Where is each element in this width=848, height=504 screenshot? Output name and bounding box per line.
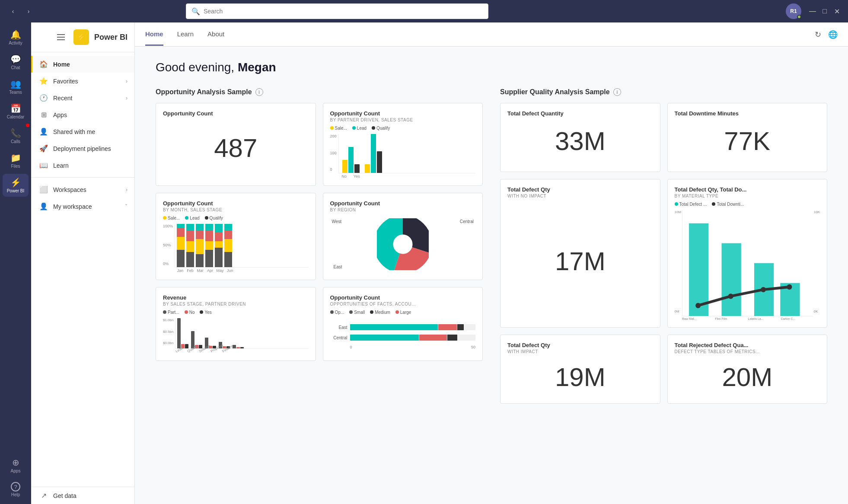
supplier-info-icon[interactable]: i: [613, 88, 621, 96]
card-revenue[interactable]: Revenue BY SALES STAGE, PARTNER DRIVEN P…: [156, 287, 316, 361]
opportunity-section-title: Opportunity Analysis Sample i: [156, 88, 483, 96]
home-nav-label: Home: [53, 61, 70, 68]
opp-facts-content: Opportunity Count OPPORTUNITIES OF FACTS…: [330, 294, 476, 354]
month-y-axis: 100%50%0%: [163, 224, 173, 273]
teams-nav-teams[interactable]: 👥 Teams: [3, 75, 29, 98]
pbi-nav-workspaces[interactable]: ⬜ Workspaces ›: [31, 181, 134, 198]
defect-material-subtitle: BY MATERIAL TYPE: [675, 194, 820, 198]
opp-partner-title: Opportunity Count: [330, 110, 476, 117]
pbi-nav-deployment[interactable]: 🚀 Deployment pipelines: [31, 140, 134, 157]
bar-sale-yes: [365, 164, 370, 173]
pbi-nav-getdata[interactable]: ↗ Get data: [31, 487, 134, 504]
calls-badge: [26, 124, 29, 127]
teams-nav-apps[interactable]: ⊕ Apps: [3, 454, 29, 477]
search-input[interactable]: [204, 8, 483, 15]
recent-nav-label: Recent: [53, 95, 72, 102]
legend-lead: Lead: [352, 126, 367, 131]
pie-label-west: West: [332, 219, 342, 224]
search-bar[interactable]: 🔍: [186, 3, 488, 19]
opp-partner-content: Opportunity Count BY PARTNER DRIVEN, SAL…: [330, 110, 476, 179]
pbi-nav-shared[interactable]: 👤 Shared with me: [31, 123, 134, 140]
calendar-icon: 📅: [10, 103, 21, 114]
tab-home[interactable]: Home: [145, 23, 163, 46]
partner-chart-inner: No Yes: [338, 134, 475, 179]
close-button[interactable]: ✕: [832, 7, 841, 16]
card-defect-no-impact[interactable]: Total Defect Qty WITH NO IMPACT 17M: [500, 179, 660, 328]
teams-nav-activity[interactable]: 🔔 Activity: [3, 26, 29, 49]
legend-no: No: [185, 310, 195, 315]
card-opp-facts[interactable]: Opportunity Count OPPORTUNITIES OF FACTS…: [323, 287, 483, 361]
card-opp-count[interactable]: Opportunity Count 487: [156, 103, 316, 186]
getdata-label: Get data: [53, 492, 77, 499]
files-icon: 📁: [10, 153, 21, 163]
bar-qualify-yes: [377, 151, 382, 173]
help-label: Help: [11, 492, 20, 497]
bar-sale-no: [342, 160, 347, 173]
legend-qualify: Qualify: [372, 126, 390, 131]
material-y-right: 10K0K: [814, 210, 820, 320]
card-opp-month[interactable]: Opportunity Count BY MONTH, SALES STAGE …: [156, 193, 316, 280]
title-bar: ‹ › 🔍 R1 — □ ✕: [0, 0, 848, 22]
pbi-nav-recent[interactable]: 🕐 Recent ›: [31, 89, 134, 106]
tab-learn[interactable]: Learn: [177, 23, 194, 46]
home-icon: 🏠: [39, 60, 48, 68]
pbi-nav-home[interactable]: 🏠 Home: [31, 56, 134, 73]
teams-nav-files[interactable]: 📁 Files: [3, 149, 29, 172]
pbi-nav-favorites[interactable]: ⭐ Favorites ›: [31, 73, 134, 89]
bar-lead-no: [348, 147, 354, 173]
defect-no-impact-subtitle: WITH NO IMPACT: [507, 194, 653, 198]
opp-facts-title: Opportunity Count: [330, 294, 476, 301]
legend-large: Large: [395, 310, 411, 315]
opportunity-cards-grid: Opportunity Count 487 Opportunity Count …: [156, 103, 483, 361]
tab-about[interactable]: About: [207, 23, 224, 46]
minimize-button[interactable]: —: [808, 7, 817, 16]
globe-icon[interactable]: 🌐: [828, 30, 838, 39]
hbar-central-seg1: [350, 335, 419, 341]
pbi-nav-learn[interactable]: 📖 Learn: [31, 157, 134, 174]
app-layout: 🔔 Activity 💬 Chat 👥 Teams 📅 Calendar 📞 C…: [0, 22, 848, 504]
pbi-sidebar-header: ⚡ Power BI: [31, 22, 134, 52]
opp-count-number: 487: [163, 133, 309, 163]
card-defect-impact[interactable]: Total Defect Qty WITH IMPACT 19M: [500, 335, 660, 404]
teams-nav-calendar[interactable]: 📅 Calendar: [3, 100, 29, 123]
hamburger-line: [57, 39, 65, 40]
back-button[interactable]: ‹: [7, 5, 19, 17]
pbi-nav-myworkspace[interactable]: 👤 My workspace ˅: [31, 198, 134, 215]
material-x-labels: Raw Mat... Film Film Labels La... Carton…: [682, 317, 813, 320]
pie-label-east: East: [334, 265, 342, 269]
favorites-icon: ⭐: [39, 77, 48, 85]
teams-nav-powerbi[interactable]: ⚡ Power BI: [3, 174, 29, 197]
svg-point-10: [787, 284, 792, 290]
revenue-chart-inner: Lead Qualify Solution Proposal Finalize: [175, 318, 308, 354]
teams-nav-help[interactable]: ? Help: [3, 478, 29, 501]
hamburger-menu[interactable]: [54, 31, 68, 44]
avatar[interactable]: R1: [786, 3, 801, 19]
pie-svg: [377, 218, 429, 270]
card-total-downtime[interactable]: Total Downtime Minutes 77K: [667, 103, 828, 172]
refresh-icon[interactable]: ↻: [815, 30, 821, 39]
total-defect-title: Total Defect Quantity: [507, 110, 653, 117]
card-opp-region[interactable]: Opportunity Count BY REGION: [323, 193, 483, 280]
maximize-button[interactable]: □: [820, 7, 829, 16]
learn-nav-label: Learn: [53, 162, 69, 169]
main-content: Home Learn About ↻ 🌐 Good evening, Megan…: [135, 22, 848, 504]
recent-arrow: ›: [126, 95, 128, 101]
card-total-defect[interactable]: Total Defect Quantity 33M: [500, 103, 660, 172]
opp-month-chart: 100%50%0%: [163, 224, 309, 273]
legend-small: Small: [349, 310, 365, 315]
card-defect-material[interactable]: Total Defect Qty, Total Do... BY MATERIA…: [667, 179, 828, 328]
opp-region-pie: West Central East: [330, 216, 476, 273]
shared-icon: 👤: [39, 128, 48, 136]
teams-nav-chat[interactable]: 💬 Chat: [3, 51, 29, 73]
chat-icon: 💬: [10, 54, 21, 64]
opportunity-info-icon[interactable]: i: [255, 88, 263, 96]
calls-label: Calls: [11, 139, 20, 144]
legend-medium: Medium: [370, 310, 390, 315]
card-opp-partner[interactable]: Opportunity Count BY PARTNER DRIVEN, SAL…: [323, 103, 483, 186]
revenue-y-axis: $1.0bn$0.5bn$0.0bn: [163, 318, 173, 354]
card-rejected-defect[interactable]: Total Rejected Defect Qua... DEFECT TYPE…: [667, 335, 828, 404]
teams-nav-calls[interactable]: 📞 Calls: [3, 124, 29, 147]
rejected-defect-subtitle: DEFECT TYPE TABLES OF METRICS...: [675, 349, 820, 354]
pbi-nav-apps[interactable]: ⊞ Apps: [31, 106, 134, 123]
forward-button[interactable]: ›: [22, 5, 35, 17]
